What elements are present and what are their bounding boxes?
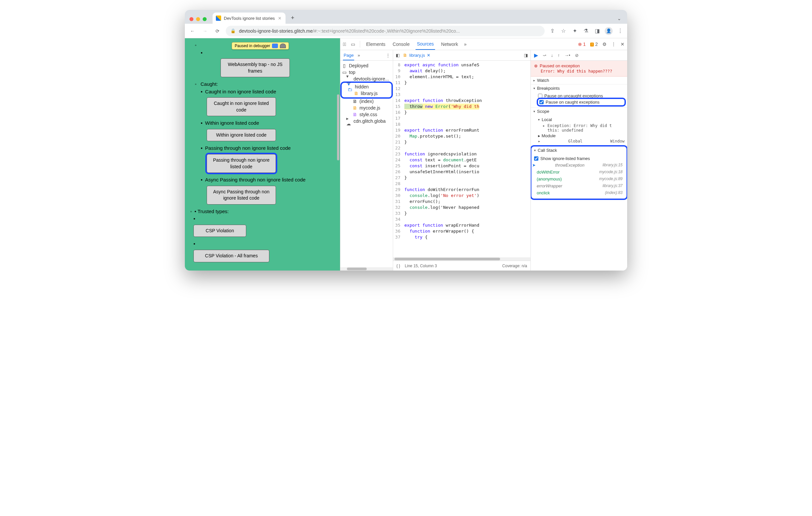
tree-group-deployed[interactable]: ▯Deployed — [342, 62, 392, 69]
page-button[interactable]: Within ignore listed code — [207, 129, 276, 142]
code-editor: ◧ 🗎 library.js ✕ ◨ 8 9 10 11 12 13 14 15… — [393, 50, 531, 271]
callstack-frame[interactable]: doWithErrormycode.js:18 — [534, 169, 625, 176]
extensions-icon[interactable]: ✦ — [571, 28, 578, 34]
close-file-button[interactable]: ✕ — [427, 53, 430, 58]
reload-button[interactable]: ⟳ — [213, 27, 222, 35]
callstack-frame[interactable]: (anonymous)mycode.js:89 — [534, 176, 625, 182]
step-over-button[interactable]: ⤻ — [543, 53, 546, 58]
pause-caught-checkbox[interactable]: Pause on caught exceptions — [538, 99, 625, 105]
bookmark-icon[interactable]: ☆ — [560, 28, 567, 34]
share-icon[interactable]: ⇪ — [549, 28, 556, 34]
breakpoints-section[interactable]: Breakpoints Pause on uncaught exceptions… — [531, 85, 627, 108]
tree-folder-hidden[interactable]: ▾🗀hidden — [343, 84, 390, 90]
tab-sources[interactable]: Sources — [415, 39, 435, 50]
error-icon: ⊗ — [534, 63, 538, 68]
traffic-lights — [190, 17, 207, 21]
tab-title: DevTools ignore list stories — [224, 16, 275, 21]
devtools-panel: ▯⃕ ▭ Elements Console Sources Network » … — [340, 38, 627, 271]
resume-button[interactable]: ▶ — [534, 52, 538, 58]
page-button[interactable]: WebAssembly trap - no JS frames — [221, 58, 290, 77]
step-out-button[interactable]: ↑ — [558, 53, 560, 58]
labs-icon[interactable]: ⚗ — [582, 28, 589, 34]
step-button[interactable]: →• — [564, 53, 570, 58]
toggle-debugger-button[interactable]: ◨ — [524, 53, 528, 58]
editor-status-bar: { } Line 15, Column 3 Coverage: n/a — [393, 261, 530, 271]
new-tab-button[interactable]: + — [288, 13, 297, 23]
page-button-highlighted[interactable]: Passing through non ignore listed code — [207, 154, 276, 173]
paused-in-debugger-overlay: Paused in debugger — [232, 42, 289, 50]
sidepanel-icon[interactable]: ◨ — [593, 28, 601, 34]
editor-tab-library[interactable]: 🗎 library.js ✕ — [403, 53, 430, 58]
step-over-icon[interactable] — [280, 43, 286, 48]
editor-scrollbar[interactable] — [393, 257, 530, 261]
toggle-navigator-button[interactable]: ◧ — [396, 53, 400, 58]
url-rest: /#:~:text=ignore%20listed%20code-,Within… — [313, 28, 460, 34]
list-item: Caught in non ignore listed code — [205, 89, 276, 94]
profile-avatar[interactable]: 👤 — [605, 27, 613, 35]
address-bar[interactable]: 🔒 devtools-ignore-list-stories.glitch.me… — [226, 26, 545, 36]
more-navigator-tabs[interactable]: » — [357, 53, 360, 58]
step-into-button[interactable]: ↓ — [551, 53, 553, 58]
page-button[interactable]: CSP Violation — [194, 225, 246, 237]
page-button[interactable]: Async Passing through non ignore listed … — [207, 186, 276, 205]
tabs-menu-button[interactable]: ⌄ — [617, 16, 621, 21]
close-window-button[interactable] — [190, 17, 194, 21]
callstack-frame[interactable]: throwExceptionlibrary.js:15 — [534, 162, 625, 169]
debugger-sidebar: ▶ ⤻ ↓ ↑ →• ⊘ ⊗Paused on exception Error:… — [531, 50, 627, 271]
tab-elements[interactable]: Elements — [365, 39, 386, 50]
chrome-menu-button[interactable]: ⋮ — [617, 28, 624, 34]
navigator-scrollbar[interactable] — [340, 267, 393, 271]
forward-button[interactable]: → — [201, 27, 209, 35]
warn-count[interactable]: ! 2 — [590, 41, 598, 47]
paused-exception-banner: ⊗Paused on exception Error: Why did this… — [531, 61, 627, 77]
pretty-print-button[interactable]: { } — [397, 264, 400, 268]
tab-network[interactable]: Network — [440, 39, 459, 50]
show-ignore-listed-checkbox[interactable]: Show ignore-listed frames — [534, 155, 625, 162]
browser-tab[interactable]: DevTools ignore list stories ✕ — [212, 12, 286, 24]
list-item: Within ignore listed code — [205, 120, 259, 126]
inspect-icon[interactable]: ▯⃕ — [343, 41, 346, 47]
close-devtools-button[interactable]: ✕ — [620, 41, 625, 47]
tab-strip: DevTools ignore list stories ✕ + ⌄ — [185, 10, 627, 24]
line-gutter: 8 9 10 11 12 13 14 15 16 17 18 19 20 21 … — [393, 61, 402, 257]
url-domain: devtools-ignore-list-stories.glitch.me — [239, 28, 313, 34]
page-button[interactable]: Caught in non ignore listed code — [207, 97, 276, 116]
settings-icon[interactable]: ⚙ — [602, 41, 607, 47]
code-area[interactable]: 8 9 10 11 12 13 14 15 16 17 18 19 20 21 … — [393, 61, 530, 257]
url-bar: ← → ⟳ 🔒 devtools-ignore-list-stories.gli… — [185, 24, 627, 38]
callstack-section[interactable]: Call Stack Show ignore-listed frames thr… — [531, 147, 627, 199]
back-button[interactable]: ← — [188, 27, 197, 35]
error-count[interactable]: ⊗ 1 — [578, 41, 586, 47]
file-tree: ▯Deployed ▭top ▾☁devtools-ignore... ▾🗀hi… — [340, 61, 393, 126]
more-tabs-button[interactable]: » — [464, 41, 467, 47]
page-button[interactable]: CSP Violation - All frames — [194, 250, 269, 262]
tree-file-mycode[interactable]: 🗎mycode.js — [342, 104, 392, 111]
page-scrollbar[interactable] — [337, 94, 339, 160]
scope-section[interactable]: Scope Local ▸ Exception: Error: Why did … — [531, 108, 627, 146]
callstack-frame[interactable]: errorWrapperlibrary.js:37 — [534, 182, 625, 189]
paused-reason: Paused on exception — [540, 63, 580, 68]
coverage-status: Coverage: n/a — [502, 264, 527, 268]
tree-file-index[interactable]: 🗎(index) — [342, 98, 392, 104]
tab-close-button[interactable]: ✕ — [278, 16, 282, 21]
list-item: Async Passing through non ignore listed … — [205, 177, 305, 182]
resume-icon[interactable] — [272, 43, 278, 48]
minimize-window-button[interactable] — [196, 17, 200, 21]
code-source: export async function unsafeS await dela… — [402, 61, 484, 257]
navigator-menu-button[interactable]: ⋮ — [386, 53, 390, 58]
navigator-page-tab[interactable]: Page — [343, 51, 354, 60]
tree-domain-cdn[interactable]: ▸☁cdn.glitch.globa — [342, 118, 392, 124]
devtools-menu-button[interactable]: ⋮ — [611, 41, 616, 47]
lock-icon: 🔒 — [230, 28, 236, 33]
maximize-window-button[interactable] — [203, 17, 207, 21]
list-item: Passing through non ignore listed code — [205, 145, 290, 151]
device-mode-icon[interactable]: ▭ — [351, 41, 355, 47]
tab-console[interactable]: Console — [392, 39, 411, 50]
tree-domain[interactable]: ▾☁devtools-ignore... — [342, 75, 392, 82]
callstack-frame[interactable]: onclick(index):83 — [534, 189, 625, 196]
pause-uncaught-checkbox[interactable]: Pause on uncaught exceptions — [538, 93, 625, 99]
deactivate-breakpoints-button[interactable]: ⊘ — [575, 53, 579, 58]
scope-this: this: undefined — [543, 128, 625, 133]
watch-section[interactable]: Watch — [531, 77, 627, 85]
exception-message: Error: Why did this happen???? — [534, 68, 624, 73]
